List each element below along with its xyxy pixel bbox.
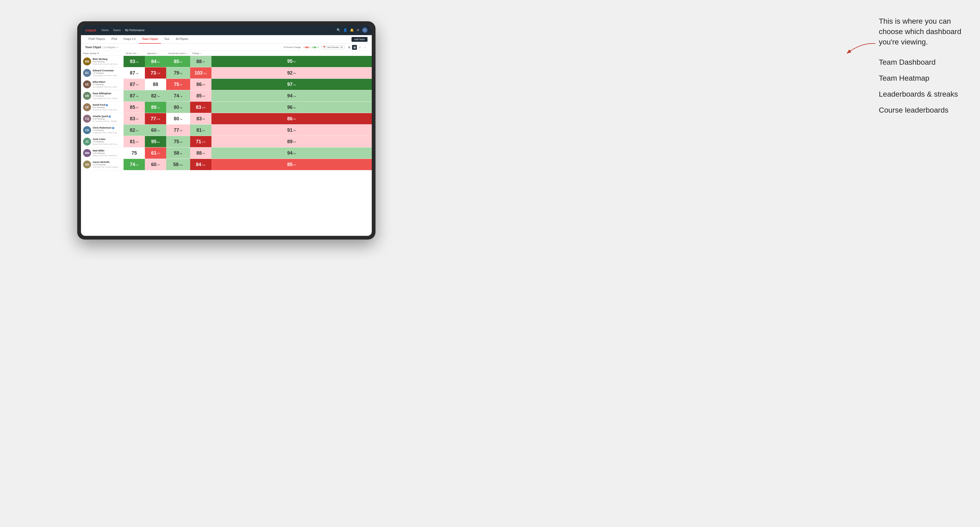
last-rounds-button[interactable]: 📅 Last Rounds: 20 xyxy=(321,45,345,49)
score-value: 75 xyxy=(173,139,179,144)
user-icon[interactable]: 👤 xyxy=(343,28,347,32)
score-box: 84 6▲ xyxy=(145,56,166,67)
heatmap-view-button[interactable]: ▦ xyxy=(352,45,357,50)
scale-bar xyxy=(305,46,316,48)
score-change: 3▼ xyxy=(136,84,139,86)
tablet-frame: clippd Home Teams My Performance 🔍 👤 🔔 ⚙… xyxy=(77,21,375,240)
nav-my-performance[interactable]: My Performance xyxy=(125,28,144,33)
score-change: 3▼ xyxy=(180,130,183,132)
score-change: 8▲ xyxy=(180,61,183,63)
score-cell-quality: 85 3▼ xyxy=(124,102,145,113)
player-cell: DB Dave Billingham 1-5 Handicap Gog Mago… xyxy=(81,90,124,102)
annotation-arrow xyxy=(838,41,886,60)
score-value: 96 xyxy=(287,105,293,110)
score-box: 77 3▼ xyxy=(166,125,190,136)
table-row[interactable]: EC Edward Crossman 1-5 Handicap Sunningd… xyxy=(81,67,372,79)
score-value: 77 xyxy=(173,127,179,133)
score-change: 4▲ xyxy=(136,95,139,97)
player-handicap: 11-15 Handicap xyxy=(93,163,119,166)
search-icon[interactable]: 🔍 xyxy=(337,28,340,32)
score-change: 6▼ xyxy=(202,118,205,120)
player-cell: BM Blair McHarg Plus Handicap Royal Nort… xyxy=(81,56,124,67)
table-row[interactable]: BM Blair McHarg Plus Handicap Royal Nort… xyxy=(81,56,372,67)
score-cell-approach: 77 3▼ xyxy=(166,125,190,136)
player-info: Matt Miller 6-10 Handicap Woburn Golf Cl… xyxy=(93,149,119,157)
score-change: 3▼ xyxy=(202,95,205,97)
player-avatar: DB xyxy=(83,92,91,100)
score-cell-putting: 95 9▲ xyxy=(212,56,372,67)
score-box: 92 3▼ xyxy=(212,67,372,78)
score-value: 83 xyxy=(196,105,201,110)
score-value: 86 xyxy=(287,116,293,122)
table-row[interactable]: EE Elliot Ebert 1-5 Handicap Sunningdale… xyxy=(81,79,372,90)
toolbar-right: 20 Round Change -5 +5 📅 Last Rounds: 20 … xyxy=(284,45,368,50)
avatar[interactable]: U xyxy=(362,27,368,33)
score-cell-quality: 75 xyxy=(124,148,145,159)
player-name: Josh Coles xyxy=(93,138,119,141)
tab-hcaps[interactable]: Hcaps 1-5 xyxy=(120,35,139,44)
score-box: 87 4▲ xyxy=(124,90,145,102)
score-box: 89 7▲ xyxy=(145,102,166,113)
download-button[interactable]: ↓ xyxy=(363,45,368,50)
score-change: 2▲ xyxy=(180,141,183,143)
score-cell-putting: 92 3▼ xyxy=(212,67,372,79)
score-value: 88 xyxy=(196,59,202,64)
score-cell-around: 86 6▼ xyxy=(190,79,212,90)
score-value: 87 xyxy=(130,70,135,76)
tab-pgat[interactable]: PGAT Players xyxy=(85,35,108,44)
player-info: Aaron Nicholls 11-15 Handicap Drift Golf… xyxy=(93,161,119,168)
col-header-around-green[interactable]: Around the Green — xyxy=(166,51,190,56)
tab-tour[interactable]: Tour xyxy=(161,35,172,44)
player-info: Edward Crossman 1-5 Handicap Sunningdale… xyxy=(93,69,119,77)
bell-icon[interactable]: 🔔 xyxy=(350,28,354,32)
chart-view-button[interactable]: ☆ xyxy=(357,45,362,50)
table-row[interactable]: CR Chris Robertson✓ 1-5 Handicap Craigmi… xyxy=(81,125,372,136)
grid-view-button[interactable]: ⊞ xyxy=(347,45,352,50)
last-rounds-label: Last Rounds: xyxy=(327,46,339,48)
score-cell-approach: 85 8▲ xyxy=(166,56,190,67)
nav-home[interactable]: Home xyxy=(102,28,109,33)
player-club: Sunningdale Golf Club, United Kingdom xyxy=(93,75,119,77)
table-row[interactable]: CQ Charlie Quick✓ 6-10 Handicap St. Geor… xyxy=(81,113,372,125)
player-avatar: EC xyxy=(83,69,91,77)
score-box: 79 9▲ xyxy=(166,67,190,78)
score-change: 1▼ xyxy=(157,164,160,166)
score-value: 74 xyxy=(130,162,135,167)
player-club: Royal North Devon Golf Club, United King… xyxy=(93,143,119,145)
table-row[interactable]: DF David Ford✓ Plus Handicap Royal North… xyxy=(81,102,372,113)
tablet-screen: clippd Home Teams My Performance 🔍 👤 🔔 ⚙… xyxy=(81,25,372,236)
tab-all-players[interactable]: All Players xyxy=(173,35,191,44)
score-cell-putting: 89 2▼ xyxy=(212,136,372,148)
player-info: Blair McHarg Plus Handicap Royal North D… xyxy=(93,58,119,65)
score-cell-quality: 83 3▼ xyxy=(124,113,145,125)
score-box: 74 1▲ xyxy=(166,90,190,102)
score-cell-around: 81 4▲ xyxy=(190,125,212,136)
score-cell-approach: 80 1▲ xyxy=(166,113,190,125)
tab-team-clippd[interactable]: Team Clippd xyxy=(139,35,161,44)
col-header-off-tee[interactable]: Off the Tee — xyxy=(124,51,145,56)
table-row[interactable]: MM Matt Miller 6-10 Handicap Woburn Golf… xyxy=(81,148,372,159)
verified-icon: ✓ xyxy=(109,116,111,117)
score-value: 82 xyxy=(151,93,157,99)
score-box: 85 8▲ xyxy=(166,56,190,67)
score-change: 10▲ xyxy=(179,164,183,166)
score-box: 58 10▲ xyxy=(166,159,190,170)
player-name: Charlie Quick✓ xyxy=(93,115,119,118)
settings-icon[interactable]: ⚙ xyxy=(356,28,360,32)
table-row[interactable]: JC Josh Coles 1-5 Handicap Royal North D… xyxy=(81,136,372,148)
col-header-approach[interactable]: Approach — xyxy=(145,51,166,56)
player-name: Edward Crossman xyxy=(93,69,119,72)
col-header-putting[interactable]: Putting — xyxy=(190,51,212,56)
score-change: 14▼ xyxy=(157,118,161,120)
nav-teams[interactable]: Teams xyxy=(113,28,121,33)
col-header-player[interactable]: Player Quality ▼ xyxy=(81,51,124,56)
nav-bar: clippd Home Teams My Performance 🔍 👤 🔔 ⚙… xyxy=(81,25,372,35)
edit-icon[interactable]: ✏ xyxy=(116,46,119,49)
score-box: 85 3▼ xyxy=(124,102,145,113)
table-row[interactable]: AN Aaron Nicholls 11-15 Handicap Drift G… xyxy=(81,159,372,170)
add-team-button[interactable]: Add Team xyxy=(352,37,368,42)
team-separator: | xyxy=(102,46,104,49)
score-value: 89 xyxy=(151,105,157,110)
tab-pga[interactable]: PGA xyxy=(108,35,120,44)
table-row[interactable]: DB Dave Billingham 1-5 Handicap Gog Mago… xyxy=(81,90,372,102)
